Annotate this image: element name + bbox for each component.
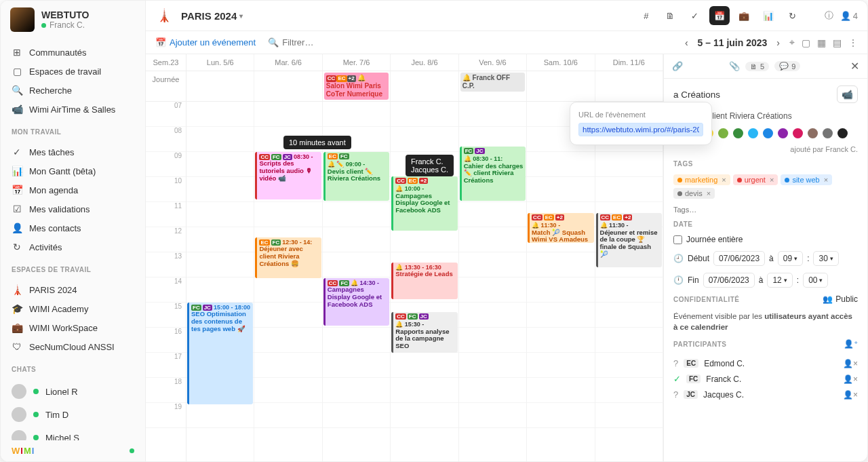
color-swatch[interactable] [778,128,788,138]
tag[interactable]: urgent× [733,174,778,185]
tags-input[interactable] [673,206,858,214]
color-swatch[interactable] [718,128,728,138]
sidebar-item[interactable]: 💼WIMI WorkSpace [1,318,145,337]
close-icon[interactable]: ✕ [850,60,859,73]
sidebar-item[interactable]: 🛡SecNumCloud ANSSI [1,337,145,356]
calendar-event[interactable]: CCFCJC 08:30 -Scripts des tutoriels audi… [255,152,321,199]
sidebar-item[interactable]: 🎓WIMI Academy [1,299,145,318]
attachment-count[interactable]: 🗎 5 [745,62,769,71]
info-icon[interactable]: ⓘ [825,9,833,22]
calendar-event[interactable]: CCFC 🔔 14:30 -Campagnes Display Google e… [323,278,389,326]
sidebar-item[interactable]: Tim D [1,403,145,426]
link-icon[interactable]: 🔗 [672,61,683,71]
calendar-event[interactable]: CCFCJC 🔔 15:30 -Rapports analyse de la c… [391,312,457,353]
add-participant-button[interactable]: 👤⁺ [844,339,858,349]
calendar-event[interactable]: CCEC+2 🔔 11:30 -Déjeuner et remise de la… [596,213,662,267]
sidebar-item[interactable]: ⊞Communautés [1,43,145,62]
history-icon[interactable]: ↻ [783,6,803,25]
more-icon[interactable]: ⋮ [848,37,858,48]
status-dot [41,23,46,28]
calendar-event[interactable]: 🔔 13:30 - 16:30Stratégie de Leads [391,263,457,299]
allday-event[interactable]: 🔔 Franck OFF C.P. [460,73,525,92]
sidebar-item[interactable]: ▢Espaces de travail [1,62,145,81]
sidebar-item[interactable]: ☑Mes validations [1,199,145,218]
location-icon[interactable]: ⌖ [789,37,795,48]
calendar-column[interactable]: FCJC 15:00 - 18:00SEO Optimisation des c… [186,102,254,461]
sidebar-item[interactable]: 👤Mes contacts [1,218,145,237]
calendar-icon[interactable]: 📅 [709,6,730,25]
sidebar-item[interactable]: 🗼PARIS 2024 [1,280,145,299]
color-swatch[interactable] [748,128,758,138]
start-hour-field[interactable]: 09 ▾ [778,251,803,266]
tag[interactable]: marketing× [673,174,730,185]
week-view-icon[interactable]: ▦ [817,37,826,48]
url-popup-label: URL de l'évènement [578,111,703,119]
calendar-event[interactable]: ECFC 🔔 ✏️ 09:00 -Devis client ✏️ Riviera… [323,152,389,201]
user-block[interactable]: WEBTUTO Franck C. [1,1,145,39]
calendar-event[interactable]: CCEC+2 🔔 11:30 -Match 🎾 Squash Wimi VS A… [528,213,593,243]
calendar-event[interactable]: FCJC 15:00 - 18:00SEO Optimisation des c… [187,303,253,404]
attachment-icon[interactable]: 📎 [729,61,740,71]
nav-icon: ↻ [12,242,22,252]
sidebar-item[interactable]: 📅Mon agenda [1,180,145,199]
document-icon[interactable]: 🗎 [660,6,681,25]
sidebar-item[interactable]: Michel S [1,426,145,440]
task-icon[interactable]: ✓ [685,6,705,25]
calendar-event[interactable]: ECFC 12:30 - 14:Déjeuner avec client Riv… [255,237,321,278]
remove-tag-icon[interactable]: × [770,176,774,184]
video-call-button[interactable]: 📹 [837,85,858,103]
date-range: 5 – 11 juin 2023 [698,37,768,48]
next-week-button[interactable]: › [774,37,783,48]
calendar-column[interactable]: CCEC+2 🔔 11:30 -Déjeuner et remise de la… [595,102,663,461]
calendar-event[interactable]: FCJC 🔔 08:30 - 11:Cahier des charges ✏️ … [460,147,526,201]
start-date-field[interactable]: 07/06/2023 [713,251,765,266]
remove-tag-icon[interactable]: × [707,189,711,197]
nav-icon: ▢ [12,66,22,77]
participant-remove-icon[interactable]: 👤× [843,374,858,384]
sidebar-item[interactable]: 🔍Recherche [1,81,145,100]
sidebar-item[interactable]: ✓Mes tâches [1,142,145,161]
color-swatch[interactable] [808,128,818,138]
participant-remove-icon[interactable]: 👤× [843,390,858,400]
color-swatch[interactable] [763,128,773,138]
channel-icon[interactable]: # [636,6,656,25]
color-swatch[interactable] [793,128,803,138]
tag[interactable]: site web× [781,174,832,185]
remove-tag-icon[interactable]: × [824,176,828,184]
filter-input[interactable]: 🔍 [268,37,336,47]
color-swatch[interactable] [823,128,833,138]
participant-remove-icon[interactable]: 👤× [843,359,858,368]
tag[interactable]: devis× [673,188,715,199]
remove-tag-icon[interactable]: × [722,176,726,184]
allday-checkbox[interactable] [673,235,682,244]
sidebar-item[interactable]: 📹Wimi AirTime & Salles [1,100,145,119]
calendar-event[interactable]: CCEC+2 🔔 10:00 -Campagnes Display Google… [391,176,457,231]
month-view-icon[interactable]: ▤ [833,37,842,48]
public-button[interactable]: 👥Public [823,294,858,304]
end-min-field[interactable]: 00 ▾ [803,273,828,288]
url-popup-input[interactable] [578,123,703,136]
briefcase-icon[interactable]: 💼 [734,6,754,25]
end-hour-field[interactable]: 12 ▾ [767,273,792,288]
end-date-field[interactable]: 07/06/2023 [703,273,755,288]
sidebar-item[interactable]: Lionel R [1,380,145,403]
comment-count[interactable]: 💬 9 [774,61,800,71]
color-swatch[interactable] [837,128,848,138]
calendar-column[interactable]: FCJC 🔔 08:30 - 11:Cahier des charges ✏️ … [459,102,527,461]
sidebar-item[interactable]: ↻Activités [1,237,145,256]
users-count[interactable]: 👤4 [840,11,858,21]
allday-event[interactable]: CCEC+2 🔔Salon Wimi Paris CoTer Numerique [324,73,389,100]
calendar-column[interactable]: ECFC 🔔 ✏️ 09:00 -Devis client ✏️ Riviera… [323,102,391,461]
calendar-column[interactable]: CCFCJC 08:30 -Scripts des tutoriels audi… [254,102,322,461]
workspace-name[interactable]: PARIS 2024 ▾ [181,10,243,22]
prev-week-button[interactable]: ‹ [682,37,691,48]
color-swatch[interactable] [733,128,743,138]
status-dot [33,412,39,417]
start-min-field[interactable]: 30 ▾ [813,251,838,266]
day-view-icon[interactable]: ▢ [802,37,810,48]
participant-row: ?JCJacques C.👤× [673,387,858,402]
chart-icon[interactable]: 📊 [758,6,778,25]
sidebar-item[interactable]: 📊Mon Gantt (bêta) [1,161,145,180]
calendar-column[interactable]: CCEC+2 🔔 11:30 -Match 🎾 Squash Wimi VS A… [527,102,595,461]
add-event-button[interactable]: 📅Ajouter un événement [155,37,256,47]
